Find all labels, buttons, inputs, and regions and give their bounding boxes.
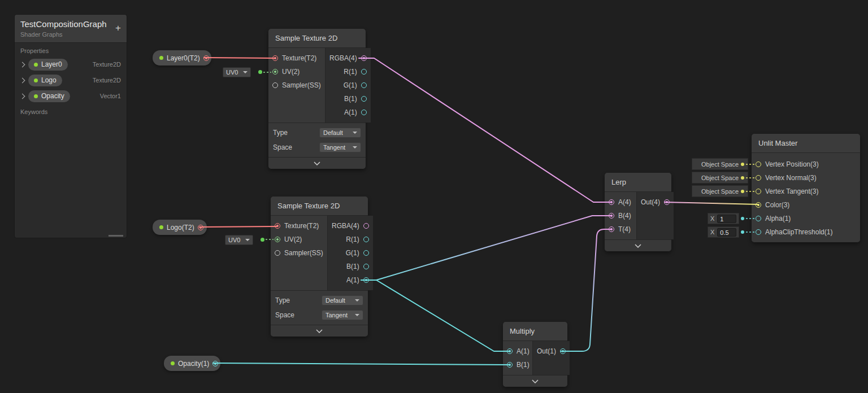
property-pill-logo[interactable]: Logo <box>28 75 62 86</box>
edge-sample2-a-to-multiply-a[interactable] <box>361 280 510 351</box>
alpha-input-port[interactable] <box>756 216 761 221</box>
port-label: Out(4) <box>641 198 660 206</box>
collapse-preview-button[interactable] <box>605 239 671 251</box>
collapse-preview-button[interactable] <box>271 325 368 337</box>
type-dropdown[interactable]: Default <box>322 295 363 305</box>
alpha-value-widget: X 1 <box>708 213 739 224</box>
chevron-down-icon <box>353 146 357 149</box>
chevron-down-icon <box>532 379 539 383</box>
node-title[interactable]: Sample Texture 2D <box>271 197 368 216</box>
port-label: T(4) <box>618 225 631 233</box>
out-output-port[interactable] <box>664 199 670 205</box>
collapse-preview-button[interactable] <box>268 157 366 169</box>
node-title[interactable]: Sample Texture 2D <box>268 29 366 48</box>
port-label: Vertex Normal(3) <box>765 174 817 182</box>
node-multiply[interactable]: Multiply A(1) B(1) Out(1) <box>503 322 567 387</box>
property-row-logo[interactable]: Logo Texture2D <box>15 72 127 88</box>
graph-subtitle: Shader Graphs <box>20 31 120 38</box>
type-dropdown[interactable]: Default <box>319 128 361 138</box>
graph-canvas[interactable]: TestCompositionGraph Shader Graphs + Pro… <box>0 0 868 393</box>
control-label: Space <box>275 311 294 319</box>
port-label: Sampler(SS) <box>282 81 321 89</box>
property-node-opacity[interactable]: Opacity(1) <box>164 356 220 371</box>
rgba-output-port[interactable] <box>361 55 367 61</box>
port-label: A(4) <box>618 198 631 206</box>
vertex-tangent-input-port[interactable] <box>756 189 761 194</box>
node-title[interactable]: Lerp <box>605 173 671 192</box>
node-unlit-master[interactable]: Unlit Master Vertex Position(3) Vertex N… <box>752 134 860 242</box>
property-node-layer0[interactable]: Layer0(T2) <box>153 50 211 66</box>
property-node-logo[interactable]: Logo(T2) <box>153 220 207 235</box>
alphaclip-value-widget: X 0.5 <box>708 226 739 238</box>
edge-sample2-a-to-lerp-b[interactable] <box>361 216 611 280</box>
r-output-port[interactable] <box>361 69 367 75</box>
texture-input-port[interactable] <box>275 223 280 229</box>
edge-opacity-to-multiply-b[interactable] <box>213 363 510 365</box>
g-output-port[interactable] <box>361 82 367 88</box>
port-label: Color(3) <box>765 201 789 209</box>
alphaclip-value-field[interactable]: 0.5 <box>717 228 736 237</box>
resize-grip[interactable] <box>108 235 123 237</box>
node-sample-texture-2d-2[interactable]: Sample Texture 2D Texture(T2) UV(2) Samp… <box>271 197 368 337</box>
vertex-normal-input-port[interactable] <box>756 175 761 181</box>
port-label: G(1) <box>346 249 359 257</box>
edge-multiply-out-to-lerp-t[interactable] <box>561 229 611 351</box>
out-output-port[interactable] <box>560 348 566 354</box>
uv-input-port[interactable] <box>272 69 278 75</box>
edge-sample1-rgba-to-lerp-a[interactable] <box>359 58 611 202</box>
expand-chevron-icon[interactable] <box>20 62 25 67</box>
edge-logo-to-sample2-texture[interactable] <box>199 226 277 227</box>
a-input-port[interactable] <box>507 348 513 354</box>
color-input-port[interactable] <box>756 202 761 208</box>
a-output-port[interactable] <box>361 110 367 115</box>
uv-input-port[interactable] <box>275 237 280 242</box>
alphaclip-input-port[interactable] <box>756 229 761 235</box>
b-input-port[interactable] <box>609 213 614 219</box>
edge-layer0-to-sample1-texture[interactable] <box>204 58 275 58</box>
sampler-input-port[interactable] <box>272 82 278 88</box>
property-pill-opacity[interactable]: Opacity <box>28 90 70 102</box>
property-row-opacity[interactable]: Opacity Vector1 <box>15 88 127 104</box>
sampler-input-port[interactable] <box>275 250 280 256</box>
blackboard-header[interactable]: TestCompositionGraph Shader Graphs + <box>15 15 127 43</box>
uv-channel-dropdown[interactable]: UV0 <box>223 67 251 77</box>
uv-channel-dropdown[interactable]: UV0 <box>225 235 253 245</box>
r-output-port[interactable] <box>363 237 369 242</box>
alpha-value-field[interactable]: 1 <box>717 215 736 223</box>
add-property-button[interactable]: + <box>115 23 121 34</box>
b-output-port[interactable] <box>361 96 367 102</box>
blackboard-panel[interactable]: TestCompositionGraph Shader Graphs + Pro… <box>14 14 127 238</box>
g-output-port[interactable] <box>363 250 369 256</box>
t-input-port[interactable] <box>609 226 614 232</box>
object-space-label: Object Space <box>692 158 748 170</box>
property-pill-layer0[interactable]: Layer0 <box>28 59 68 71</box>
control-label: Type <box>273 129 288 137</box>
uv-default-dot-icon <box>261 238 264 242</box>
collapse-preview-button[interactable] <box>503 375 567 387</box>
node-sample-texture-2d-1[interactable]: Sample Texture 2D Texture(T2) UV(2) Samp… <box>268 29 366 169</box>
texture-input-port[interactable] <box>272 55 278 61</box>
a-input-port[interactable] <box>609 199 614 205</box>
expand-chevron-icon[interactable] <box>20 93 25 99</box>
opacity-output-port[interactable] <box>212 361 218 366</box>
property-name: Opacity <box>41 92 64 100</box>
node-lerp[interactable]: Lerp A(4) B(4) T(4) Out(4) <box>605 173 671 251</box>
a-output-port[interactable] <box>363 277 369 283</box>
exposed-dot-icon <box>159 225 163 229</box>
expand-chevron-icon[interactable] <box>20 77 25 83</box>
property-node-label: Layer0(T2) <box>167 54 200 62</box>
b-output-port[interactable] <box>363 264 369 269</box>
logo-output-port[interactable] <box>198 225 203 230</box>
chevron-down-icon <box>243 71 248 73</box>
property-row-layer0[interactable]: Layer0 Texture2D <box>15 56 127 72</box>
layer0-output-port[interactable] <box>203 55 209 61</box>
b-input-port[interactable] <box>507 362 513 368</box>
space-dropdown[interactable]: Tangent <box>322 310 363 320</box>
vertex-position-input-port[interactable] <box>756 161 761 167</box>
node-title[interactable]: Multiply <box>503 322 567 341</box>
edge-lerp-out-to-master-color[interactable] <box>665 202 758 204</box>
exposed-dot-icon <box>159 56 163 60</box>
node-title[interactable]: Unlit Master <box>752 134 860 153</box>
rgba-output-port[interactable] <box>363 223 369 229</box>
space-dropdown[interactable]: Tangent <box>319 142 361 152</box>
